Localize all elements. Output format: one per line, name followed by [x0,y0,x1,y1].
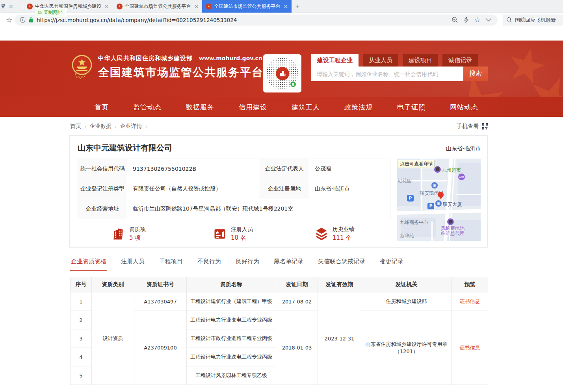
search-tab-credit[interactable]: 诚信记录 [442,54,478,67]
search-icon [506,17,512,23]
issue-date-cell: 2018-01-03 [276,311,318,385]
address-bar[interactable]: https://jzsc.mohurd.gov.cn/data/company/… [15,15,498,26]
tab-blacklist[interactable]: 黑名单记录 [273,258,304,271]
category-cell: 设计资质 [92,292,134,385]
certificate-info-link[interactable]: 证书信息 [460,345,480,351]
col-header-name: 资质名称 [187,277,276,292]
ministry-line: 中华人民共和国住房和城乡建设部www.mohurd.gov.cn [98,55,264,62]
stat-value: 10 名 [231,234,253,242]
breadcrumb-company-data[interactable]: 企业数据 [89,123,111,130]
header-search-module: 建设工程企业 从业人员 建设项目 诚信记录 搜索 [311,54,488,81]
site-brand: 中华人民共和国住房和城乡建设部www.mohurd.gov.cn 全国建筑市场监… [72,55,264,81]
ministry-name: 中华人民共和国住房和城乡建设部 [98,55,193,62]
detail-section-tabs: 企业资质资格 注册人员 工程项目 不良行为 良好行为 黑名单记录 失信联合惩戒记… [70,258,488,271]
star-decoration-icon [504,44,549,89]
seq-cell: 1 [71,292,92,311]
tab-close-icon[interactable]: × [283,3,288,9]
bookmark-star-icon[interactable]: ☆ [3,16,15,24]
tab-dishonesty-records[interactable]: 失信联合惩戒记录 [317,258,366,271]
mobile-view-label: 手机查看 [457,123,479,130]
copy-icon: ⧉ [38,10,42,15]
search-tab-enterprise[interactable]: 建设工程企业 [311,54,359,67]
browser-tab-1[interactable]: 界 × [0,0,23,13]
chevron-down-icon[interactable] [486,18,491,22]
qr-code-icon[interactable] [482,123,488,129]
nav-item-home[interactable]: 首页 [95,103,109,112]
info-label: 企业经营地址 [78,199,127,219]
col-header-preview: 预览 [452,277,488,292]
breadcrumb-home[interactable]: 首页 [70,123,81,130]
stat-registered-personnel[interactable]: 注册人员 10 名 [213,226,314,242]
nav-item-data-service[interactable]: 数据服务 [186,103,214,112]
legal-person-value: 公茂福 [309,159,390,179]
nav-item-supervision[interactable]: 监管动态 [133,103,162,112]
nav-item-elicense[interactable]: 电子证照 [397,103,426,112]
browser-tab-3[interactable]: ★ 全国建筑市场监管公共服务平台 × [113,0,203,13]
copy-tooltip-text: 复制网址 [44,9,63,16]
qualification-table: 序号 资质类别 资质证书号 资质名称 发证日期 发证有效期 发证机关 预览 1 … [70,277,488,385]
nav-item-credit[interactable]: 信用建设 [239,103,267,112]
platform-title: 全国建筑市场监管公共服务平台 [98,65,264,80]
breadcrumb-company-detail[interactable]: 企业详情 [120,123,142,130]
mobile-view-control[interactable]: 手机查看 [457,123,488,130]
favorite-star-icon[interactable]: ☆ [474,17,480,23]
shield-icon[interactable] [20,17,26,23]
copy-url-tooltip: ⧉ 复制网址 [35,8,66,17]
url-text: https://jzsc.mohurd.gov.cn/data/company/… [37,17,447,23]
issue-date-cell: 2017-08-02 [276,292,318,311]
main-navigation: 首页 监管动态 数据服务 信用建设 建筑工人 政策法规 电子证照 网站动态 [0,97,563,117]
nav-item-policy[interactable]: 政策法规 [344,103,373,112]
nav-item-site-news[interactable]: 网站动态 [450,103,478,112]
qualification-name-cell: 工程设计电力行业送电工程专业丙级 [187,348,276,366]
breadcrumb-separator: › [145,124,147,129]
new-tab-button[interactable]: + [292,2,303,10]
map-road [456,194,481,195]
tab-projects[interactable]: 工程项目 [158,258,184,271]
certificate-info-link[interactable]: 证书信息 [460,298,480,304]
info-label: 企业注册属地 [260,179,309,199]
qualification-name-cell: 工程设计市政行业道路工程专业丙级 [187,329,276,348]
tab-change-records[interactable]: 变更记录 [379,258,404,271]
qr-center-logo-icon [276,67,289,80]
map-marker-store-icon: ⬛ [447,218,454,225]
flash-icon[interactable] [464,17,469,23]
browser-tab-bar: 界 × ★ 中华人民共和国住房和城乡建设 × ★ 全国建筑市场监管公共服务平台 … [0,0,563,13]
keyword-search-input[interactable] [311,67,463,81]
search-tab-personnel[interactable]: 从业人员 [363,54,398,67]
qualification-name-cell: 工程设计建筑行业（建筑工程）甲级 [187,292,276,311]
col-header-cert-no: 资质证书号 [134,277,187,292]
col-header-issue-date: 发证日期 [276,277,318,292]
map-parking-icon: P [407,195,414,202]
cert-no-cell: A237009100 [134,311,187,385]
browser-tab-active[interactable]: ★ 全国建筑市场监管公共服务平台 × [202,0,292,13]
zoom-out-icon[interactable] [452,17,458,23]
building-icon [111,227,125,241]
validity-cell: 2023-12-31 [318,292,361,385]
table-header-row: 序号 资质类别 资质证书号 资质名称 发证日期 发证有效期 发证机关 预览 [71,277,488,292]
info-label: 企业登记注册类型 [78,179,127,199]
hot-search-box[interactable]: 国航回应飞机颠簸 [503,15,563,26]
map-marker-supermarket-icon: ⬛ [434,166,441,173]
nav-item-workers[interactable]: 建筑工人 [292,103,320,112]
tab-close-icon[interactable]: × [9,3,13,9]
search-tab-project[interactable]: 建设项目 [403,54,438,67]
cert-no-cell: A137030497 [134,292,187,311]
info-label: 统一社会信用代码 [78,159,127,179]
authority-cell: 住房和城乡建设部 [361,292,452,311]
map-road [431,222,433,241]
tab-title: 全国建筑市场监管公共服务平台 [214,3,280,10]
tab-bad-behavior[interactable]: 不良行为 [197,258,222,271]
stat-qualifications[interactable]: 资质项 5 项 [111,226,213,242]
map-label: 新华苑 [400,233,414,239]
tab-qualifications[interactable]: 企业资质资格 [70,258,107,271]
search-button[interactable]: 搜索 [463,67,488,81]
location-map[interactable]: 点击可查看详情 ⬛ 九州超市 ATM 记花园 ▣ 联安现代城 ▣ 联安大厦 P … [397,159,481,241]
lock-icon [29,17,33,23]
tab-close-icon[interactable]: × [104,3,109,9]
map-parking-icon: P [427,203,434,209]
tab-close-icon[interactable]: × [194,3,199,9]
col-header-seq: 序号 [71,277,92,292]
tab-registered-personnel[interactable]: 注册人员 [120,258,145,271]
tab-good-behavior[interactable]: 良好行为 [235,258,260,271]
stat-label: 历史业绩 [333,226,355,233]
